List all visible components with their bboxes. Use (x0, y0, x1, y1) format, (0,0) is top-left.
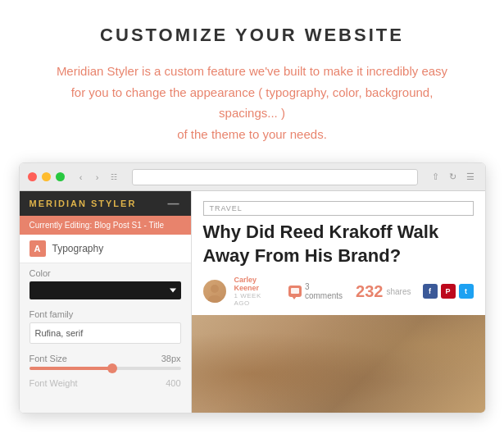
article-image (192, 315, 485, 413)
styler-editing-label: Currently Editing: Blog Post S1 - Title (20, 216, 191, 235)
author-name: Carley Keener (234, 276, 277, 292)
font-size-thumb[interactable] (107, 363, 117, 373)
color-swatch[interactable] (30, 281, 181, 299)
font-size-label: Font Size (30, 354, 67, 363)
font-family-field: Font family (20, 304, 191, 349)
styler-header: MERIDIAN STYLER — (20, 191, 191, 216)
font-size-fill (30, 367, 113, 370)
typography-label: Typography (52, 243, 104, 254)
browser-dot-yellow[interactable] (42, 172, 51, 181)
website-panel: TRAVEL Why Did Reed Krakoff Walk Away Fr… (192, 191, 485, 413)
facebook-icon[interactable]: f (423, 284, 438, 299)
browser-actions: ⇧ ↻ ☰ (429, 171, 477, 184)
comments-section: 3 comments (288, 282, 344, 300)
menu-icon[interactable]: ☰ (464, 171, 477, 184)
refresh-icon[interactable]: ↻ (447, 171, 460, 184)
styler-title: MERIDIAN STYLER (30, 199, 137, 208)
browser-dot-green[interactable] (56, 172, 65, 181)
article-meta: Carley Keener 1 week ago 3 comments 232 (192, 276, 485, 315)
styler-minimize-button[interactable]: — (168, 198, 181, 209)
browser-nav: ‹ › ☷ (75, 171, 120, 184)
browser-chrome: ‹ › ☷ ⇧ ↻ ☰ (20, 163, 485, 191)
browser-content: MERIDIAN STYLER — Currently Editing: Blo… (20, 191, 485, 413)
comment-count: 3 comments (305, 282, 344, 300)
font-weight-value: 400 (166, 378, 180, 388)
svg-point-1 (208, 295, 221, 303)
page-title: CUSTOMIZE YOUR WEBSITE (100, 25, 404, 46)
typography-icon: A (30, 240, 46, 257)
description-text: Meridian Styler is a custom feature we'v… (48, 61, 457, 144)
social-icons: f P t (423, 284, 474, 299)
article-title: Why Did Reed Krakoff Walk Away From His … (192, 221, 485, 276)
font-family-input[interactable] (30, 322, 181, 344)
image-overlay (192, 315, 485, 413)
font-size-value: 38px (161, 354, 181, 363)
pinterest-icon[interactable]: P (441, 284, 456, 299)
browser-grid-icon[interactable]: ☷ (107, 171, 120, 184)
author-time: 1 week ago (234, 292, 277, 307)
color-label: Color (30, 268, 181, 278)
styler-panel: MERIDIAN STYLER — Currently Editing: Blo… (20, 191, 192, 413)
font-size-slider-container: Font Size 38px (20, 349, 191, 375)
svg-rect-2 (291, 288, 299, 294)
page-container: CUSTOMIZE YOUR WEBSITE Meridian Styler i… (0, 0, 504, 434)
svg-point-0 (211, 285, 219, 293)
browser-url-bar[interactable] (132, 169, 418, 185)
shares-label: shares (386, 287, 411, 296)
shares-number: 232 (356, 282, 383, 301)
browser-mockup: ‹ › ☷ ⇧ ↻ ☰ MERIDIAN STYLER — Currently … (19, 162, 486, 413)
browser-back-button[interactable]: ‹ (75, 171, 88, 184)
author-avatar (203, 280, 226, 303)
article-tag: TRAVEL (203, 201, 474, 216)
styler-typography-row[interactable]: A Typography (20, 235, 191, 263)
share-icon[interactable]: ⇧ (429, 171, 443, 184)
browser-dot-red[interactable] (28, 172, 37, 181)
color-field: Color (20, 263, 191, 304)
browser-forward-button[interactable]: › (91, 171, 104, 184)
font-size-label-row: Font Size 38px (30, 354, 181, 363)
font-weight-row: Font Weight 400 (20, 375, 191, 391)
font-weight-label: Font Weight (30, 378, 78, 388)
twitter-icon[interactable]: t (459, 284, 474, 299)
author-info: Carley Keener 1 week ago (234, 276, 277, 307)
font-family-label: Font family (30, 309, 181, 319)
shares-section: 232 shares (356, 282, 411, 301)
comment-icon (288, 286, 302, 297)
font-size-track[interactable] (30, 367, 181, 370)
